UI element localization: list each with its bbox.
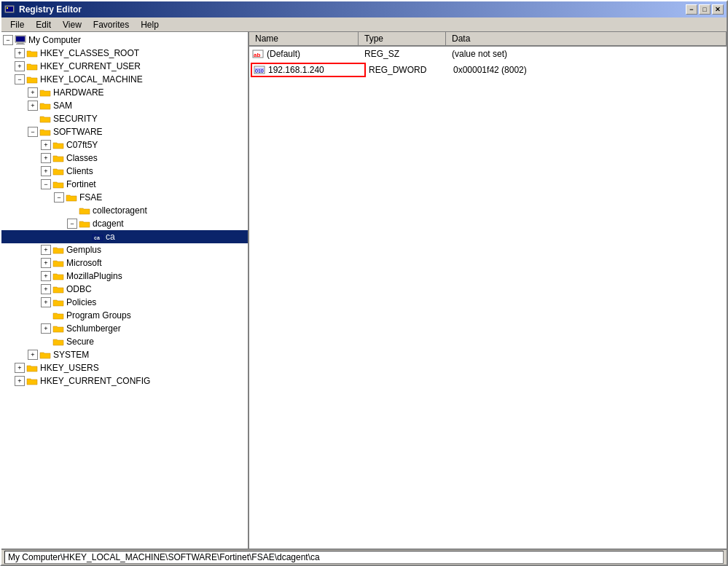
tree-row-security[interactable]: SECURITY: [1, 112, 248, 125]
folder-icon-classes-root: [26, 48, 38, 58]
folder-icon-hardware: [39, 87, 51, 98]
svg-rect-2: [7, 7, 8, 9]
folder-icon-gemplus: [52, 245, 64, 255]
registry-editor-window: Registry Editor − □ ✕ File Edit View Fav…: [0, 0, 728, 566]
col-header-name: Name: [249, 32, 359, 45]
tree-row-software[interactable]: − SOFTWARE: [1, 125, 248, 138]
expand-classes-root[interactable]: +: [15, 48, 25, 58]
expand-users[interactable]: +: [15, 363, 25, 373]
svg-text:010: 010: [255, 68, 264, 74]
reg-data-ip: 0x00001f42 (8002): [453, 65, 725, 75]
tree-row-clients[interactable]: + Clients: [1, 165, 248, 178]
tree-row-ca[interactable]: ca ca: [1, 230, 248, 243]
svg-rect-6: [16, 44, 25, 44]
tree-row-program-groups[interactable]: Program Groups: [1, 309, 248, 322]
expand-fortinet[interactable]: −: [41, 179, 51, 189]
expand-software[interactable]: −: [28, 127, 38, 137]
expand-current-config[interactable]: +: [15, 376, 25, 386]
title-bar-left: Registry Editor: [4, 4, 82, 15]
expand-system[interactable]: +: [28, 350, 38, 360]
tree-row-hardware[interactable]: + HARDWARE: [1, 86, 248, 99]
expand-c07ft5y[interactable]: +: [41, 140, 51, 150]
close-button[interactable]: ✕: [712, 4, 724, 15]
status-bar: My Computer\HKEY_LOCAL_MACHINE\SOFTWARE\…: [1, 549, 727, 565]
expand-dcagent[interactable]: −: [67, 219, 77, 229]
tree-row-secure[interactable]: Secure: [1, 335, 248, 348]
expand-local-machine[interactable]: −: [15, 74, 25, 84]
menu-help[interactable]: Help: [135, 18, 165, 31]
tree-row-policies[interactable]: + Policies: [1, 296, 248, 309]
tree-row-gemplus[interactable]: + Gemplus: [1, 243, 248, 256]
tree-row-local-machine[interactable]: − HKEY_LOCAL_MACHINE: [1, 73, 248, 86]
expand-gemplus[interactable]: +: [41, 245, 51, 255]
tree-row-fortinet[interactable]: − Fortinet: [1, 178, 248, 191]
tree-row-fsae[interactable]: − FSAE: [1, 191, 248, 204]
col-header-data: Data: [446, 32, 727, 45]
expand-mozilla[interactable]: +: [41, 271, 51, 281]
tree-row-current-config[interactable]: + HKEY_CURRENT_CONFIG: [1, 374, 248, 388]
tree-row-dcagent[interactable]: − dcagent: [1, 217, 248, 230]
expand-fsae[interactable]: −: [54, 192, 64, 203]
expand-current-user[interactable]: +: [15, 61, 25, 71]
tree-row-mycomputer[interactable]: − My Computer: [1, 34, 248, 47]
app-icon: [4, 4, 16, 15]
tree-row-microsoft[interactable]: + Microsoft: [1, 256, 248, 270]
tree-panel[interactable]: − My Computer +: [1, 32, 249, 549]
reg-row-default[interactable]: ab (Default) REG_SZ (value not set): [249, 47, 727, 61]
folder-icon-microsoft: [52, 258, 64, 268]
tree-row-collectoragent[interactable]: collectoragent: [1, 204, 248, 217]
expand-clients[interactable]: +: [41, 166, 51, 176]
menu-edit[interactable]: Edit: [30, 18, 57, 31]
folder-icon-program-groups: [52, 310, 64, 321]
tree-row-current-user[interactable]: + HKEY_CURRENT_USER: [1, 60, 248, 73]
menu-file[interactable]: File: [4, 18, 30, 31]
folder-icon-software: [39, 127, 51, 137]
expand-mycomputer[interactable]: −: [3, 35, 13, 45]
tree-row-sam[interactable]: + SAM: [1, 99, 248, 112]
folder-icon-clients: [52, 166, 64, 176]
main-content: − My Computer +: [1, 32, 727, 549]
reg-name-default: (Default): [267, 49, 364, 59]
tree-label-dcagent: dcagent: [93, 219, 124, 229]
tree-label-classes-root: HKEY_CLASSES_ROOT: [40, 48, 139, 58]
tree-label-classes: Classes: [66, 153, 98, 163]
reg-icon-default: ab: [252, 49, 264, 59]
expand-sam[interactable]: +: [28, 101, 38, 111]
reg-data-default: (value not set): [452, 49, 724, 59]
tree-label-c07ft5y: C07ft5Y: [66, 140, 98, 150]
folder-icon-secure: [52, 337, 64, 347]
folder-icon-local-machine: [26, 74, 38, 84]
tree-row-system[interactable]: + SYSTEM: [1, 348, 248, 361]
expand-policies[interactable]: +: [41, 297, 51, 307]
menu-favorites[interactable]: Favorites: [87, 18, 135, 31]
maximize-button[interactable]: □: [699, 4, 711, 15]
registry-entries: ab (Default) REG_SZ (value not set): [249, 47, 727, 549]
tree-row-users[interactable]: + HKEY_USERS: [1, 361, 248, 374]
expand-hardware[interactable]: +: [28, 87, 38, 98]
reg-row-ip[interactable]: 010 192.168.1.240: [251, 63, 366, 77]
tree-row-c07ft5y[interactable]: + C07ft5Y: [1, 138, 248, 152]
menu-view[interactable]: View: [57, 18, 87, 31]
tree-label-system: SYSTEM: [53, 350, 89, 360]
tree-label-schlumberger: Schlumberger: [66, 323, 121, 334]
tree-label-odbc: ODBC: [66, 284, 92, 294]
reg-icon-ip: 010: [254, 65, 265, 75]
folder-icon-c07ft5y: [52, 140, 64, 150]
folder-icon-classes: [52, 153, 64, 163]
folder-icon-sam: [39, 101, 51, 111]
tree-row-classes[interactable]: + Classes: [1, 152, 248, 165]
expand-odbc[interactable]: +: [41, 284, 51, 294]
folder-icon-fortinet: [52, 179, 64, 189]
expand-schlumberger[interactable]: +: [41, 323, 51, 334]
computer-icon: [15, 35, 26, 45]
tree-row-classes-root[interactable]: + HKEY_CLASSES_ROOT: [1, 47, 248, 60]
reg-type-default: REG_SZ: [364, 49, 452, 59]
tree-row-mozilla[interactable]: + MozillaPlugins: [1, 270, 248, 283]
expand-classes[interactable]: +: [41, 153, 51, 163]
tree-label-gemplus: Gemplus: [66, 245, 101, 255]
expand-microsoft[interactable]: +: [41, 258, 51, 268]
svg-rect-4: [16, 36, 25, 42]
tree-row-odbc[interactable]: + ODBC: [1, 283, 248, 296]
tree-row-schlumberger[interactable]: + Schlumberger: [1, 322, 248, 335]
minimize-button[interactable]: −: [686, 4, 697, 15]
